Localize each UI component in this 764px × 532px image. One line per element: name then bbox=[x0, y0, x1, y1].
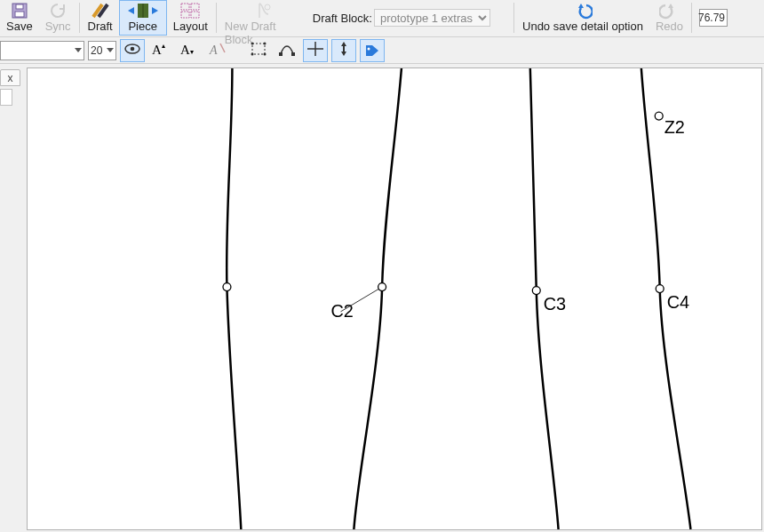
draft-label: Draft bbox=[88, 20, 113, 33]
increase-font-button[interactable]: A▴ bbox=[148, 39, 173, 62]
svg-point-34 bbox=[223, 283, 231, 291]
draft-block-label: Draft Block: bbox=[313, 12, 372, 25]
separator bbox=[79, 3, 80, 33]
svg-text:▴: ▴ bbox=[162, 42, 165, 50]
label-toggle-icon: A bbox=[209, 42, 227, 59]
boundingbox-icon bbox=[251, 42, 267, 59]
svg-rect-1 bbox=[15, 12, 24, 17]
svg-marker-31 bbox=[341, 42, 346, 46]
close-icon: x bbox=[8, 72, 13, 84]
sync-label: Sync bbox=[45, 20, 71, 33]
undo-icon bbox=[573, 2, 593, 20]
save-label: Save bbox=[6, 20, 33, 33]
pattern-curves bbox=[227, 68, 690, 529]
svg-text:▾: ▾ bbox=[190, 48, 194, 56]
font-decrease-icon: A▾ bbox=[180, 42, 198, 59]
svg-rect-27 bbox=[291, 52, 295, 56]
svg-rect-11 bbox=[191, 12, 199, 18]
save-button[interactable]: Save bbox=[0, 0, 39, 36]
font-increase-icon: A▴ bbox=[152, 42, 170, 59]
draft-block-selector: Draft Block: prototype 1 extras bbox=[313, 9, 490, 27]
toggle-visibility-button[interactable] bbox=[120, 39, 145, 62]
undo-button[interactable]: Undo save detail option bbox=[516, 0, 649, 36]
numeric-readout[interactable]: 76.79 bbox=[699, 9, 728, 27]
svg-point-33 bbox=[368, 48, 370, 51]
decrease-font-button[interactable]: A▾ bbox=[177, 39, 202, 62]
svg-point-12 bbox=[265, 4, 270, 10]
tool-boundingbox-button[interactable] bbox=[246, 39, 271, 62]
svg-rect-2 bbox=[16, 4, 23, 9]
layout-icon bbox=[180, 2, 200, 20]
svg-rect-9 bbox=[191, 4, 199, 10]
pattern-points: Z2C2C3C4 bbox=[223, 112, 689, 321]
vertical-tabbar: x bbox=[0, 69, 22, 86]
curve-icon bbox=[279, 42, 295, 59]
piece-button[interactable]: Piece bbox=[119, 0, 167, 36]
sync-button[interactable]: Sync bbox=[39, 0, 77, 36]
dimension-icon bbox=[336, 42, 352, 59]
canvas[interactable]: Z2C2C3C4 bbox=[27, 67, 762, 530]
svg-point-36 bbox=[378, 283, 386, 291]
pattern-canvas-svg[interactable]: Z2C2C3C4 bbox=[28, 68, 761, 529]
panel-stub[interactable] bbox=[0, 89, 12, 106]
save-icon bbox=[11, 2, 28, 20]
toggle-labels-button[interactable]: A bbox=[205, 39, 230, 62]
svg-point-38 bbox=[656, 285, 664, 293]
svg-text:A: A bbox=[152, 43, 162, 56]
svg-point-37 bbox=[532, 287, 540, 295]
svg-rect-21 bbox=[252, 44, 265, 54]
separator bbox=[691, 3, 692, 33]
new-draft-block-icon bbox=[254, 2, 272, 20]
draft-icon bbox=[91, 2, 110, 20]
point-label-z2: Z2 bbox=[665, 117, 685, 137]
svg-text:A: A bbox=[209, 44, 218, 56]
new-draft-block-button[interactable]: New Draft Block bbox=[219, 0, 307, 36]
svg-rect-8 bbox=[181, 4, 189, 10]
redo-button[interactable]: Redo bbox=[649, 0, 689, 36]
svg-point-22 bbox=[251, 43, 254, 45]
svg-point-25 bbox=[264, 53, 267, 56]
eye-icon bbox=[123, 42, 141, 59]
point-label-c4: C4 bbox=[667, 292, 689, 312]
redo-icon bbox=[659, 2, 679, 20]
layout-button[interactable]: Layout bbox=[167, 0, 214, 36]
piece-label: Piece bbox=[128, 20, 157, 33]
piece-icon bbox=[125, 2, 161, 20]
point-label-c3: C3 bbox=[544, 294, 566, 314]
svg-text:A: A bbox=[180, 43, 190, 56]
main-toolbar: Save Sync Draft Piece Layout bbox=[0, 0, 764, 37]
redo-label: Redo bbox=[656, 20, 683, 33]
tool-crosshair-button[interactable] bbox=[303, 39, 328, 62]
svg-point-23 bbox=[264, 43, 267, 45]
svg-marker-5 bbox=[128, 7, 134, 14]
undo-label: Undo save detail option bbox=[522, 20, 643, 33]
svg-point-14 bbox=[131, 47, 135, 52]
label-font-combo[interactable] bbox=[0, 41, 84, 60]
svg-marker-6 bbox=[152, 7, 158, 14]
tool-dimension-button[interactable] bbox=[331, 39, 356, 62]
secondary-toolbar: 20 A▴ A▾ A bbox=[0, 37, 764, 64]
tool-tag-button[interactable] bbox=[360, 39, 385, 62]
tab-close-button[interactable]: x bbox=[0, 69, 20, 86]
crosshair-icon bbox=[307, 42, 323, 59]
draft-block-select[interactable]: prototype 1 extras bbox=[374, 9, 490, 27]
document-area: x Z2C2C3C4 bbox=[0, 64, 764, 532]
separator bbox=[216, 3, 217, 33]
label-size-value: 20 bbox=[91, 44, 102, 57]
svg-marker-32 bbox=[341, 52, 346, 56]
draft-button[interactable]: Draft bbox=[82, 0, 119, 36]
tag-icon bbox=[364, 42, 380, 59]
svg-line-20 bbox=[220, 44, 225, 52]
separator bbox=[513, 3, 514, 33]
layout-label: Layout bbox=[173, 20, 208, 33]
point-label-c2: C2 bbox=[331, 301, 354, 321]
svg-point-35 bbox=[655, 112, 663, 120]
svg-rect-26 bbox=[279, 52, 283, 56]
svg-point-24 bbox=[251, 53, 254, 56]
sync-icon bbox=[49, 2, 67, 20]
tool-curve-button[interactable] bbox=[275, 39, 299, 62]
svg-rect-10 bbox=[181, 12, 189, 18]
label-size-combo[interactable]: 20 bbox=[88, 41, 116, 60]
